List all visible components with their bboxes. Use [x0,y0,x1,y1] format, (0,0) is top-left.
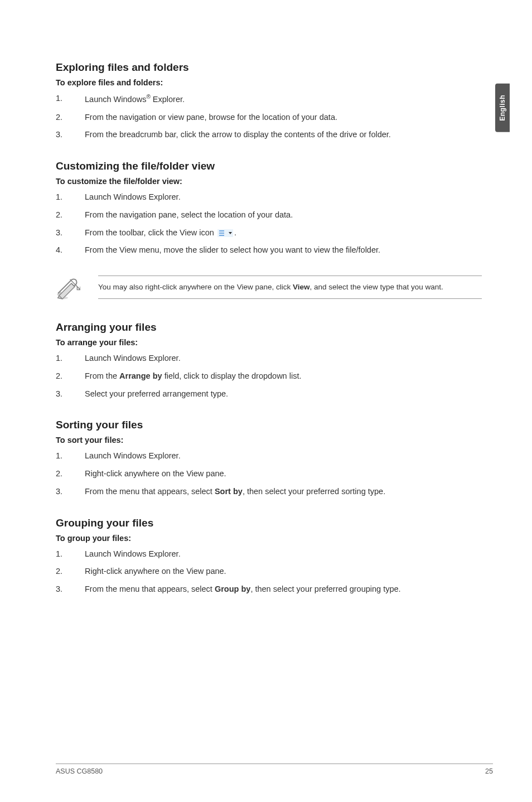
item-number: 2. [56,209,62,221]
item-number: 3. [56,486,62,498]
item-text: Launch Windows Explorer. [85,354,181,363]
section-customizing: Customizing the file/folder view To cust… [56,160,482,257]
item-text: From the View menu, move the slider to s… [85,245,380,254]
item-text: Select your preferred arrangement type. [85,389,228,398]
registered-mark: ® [146,94,150,100]
item-text: Explorer. [151,95,185,104]
subhead-sorting: To sort your files: [56,436,482,445]
note-text: You may also right-click anywhere on the… [98,276,482,299]
list-item: 1. Launch Windows Explorer. [56,191,482,204]
list-customizing: 1. Launch Windows Explorer. 2. From the … [56,191,482,257]
item-text: Launch Windows Explorer. [85,549,181,558]
section-sorting: Sorting your files To sort your files: 1… [56,419,482,497]
item-text: From the menu that appears, select [85,584,215,593]
list-item: 1. Launch Windows® Explorer. [56,93,482,106]
list-item: 2. Right-click anywhere on the View pane… [56,468,482,480]
heading-grouping: Grouping your files [56,517,482,529]
page-footer: ASUS CG8580 25 [56,764,493,775]
note-bold: View [293,283,310,291]
list-item: 4. From the View menu, move the slider t… [56,244,482,257]
item-number: 1. [56,352,62,365]
note-text-part: , and select the view type that you want… [309,283,443,291]
section-grouping: Grouping your files To group your files:… [56,517,482,596]
list-item: 1. Launch Windows Explorer. [56,352,482,365]
section-exploring: Exploring files and folders To explore f… [56,61,482,141]
item-number: 1. [56,191,62,204]
list-item: 3. Select your preferred arrangement typ… [56,388,482,400]
list-item: 2. From the Arrange by field, click to d… [56,370,482,383]
item-bold: Group by [215,584,250,593]
item-text: From the navigation or view pane, browse… [85,113,337,122]
view-icon [217,229,233,237]
item-text: Launch Windows Explorer. [85,192,181,201]
item-bold: Arrange by [119,371,162,380]
item-text: From the breadcrumb bar, click the arrow… [85,130,391,139]
language-tab: English [495,84,510,132]
footer-page-number: 25 [485,767,493,775]
item-text: field, click to display the dropdown lis… [162,371,302,380]
item-text: From the [85,371,119,380]
list-item: 3. From the toolbar, click the View icon… [56,227,482,239]
note-text-part: You may also right-click anywhere on the… [98,283,293,291]
list-item: 2. Right-click anywhere on the View pane… [56,566,482,578]
list-item: 3. From the menu that appears, select Gr… [56,583,482,596]
item-text: From the navigation pane, select the loc… [85,210,293,219]
item-number: 2. [56,370,62,383]
item-number: 4. [56,244,62,257]
item-text: From the menu that appears, select [85,487,215,496]
item-text: , then select your preferred grouping ty… [250,584,400,593]
list-item: 2. From the navigation pane, select the … [56,209,482,221]
item-number: 3. [56,227,62,239]
item-number: 1. [56,450,62,462]
footer-model: ASUS CG8580 [56,767,103,775]
subhead-arranging: To arrange your files: [56,338,482,347]
item-number: 2. [56,468,62,480]
subhead-exploring: To explore files and folders: [56,78,482,87]
pencil-icon [56,276,83,302]
item-number: 3. [56,129,62,141]
heading-arranging: Arranging your files [56,321,482,334]
item-text: , then select your preferred sorting typ… [243,487,385,496]
note-block: You may also right-click anywhere on the… [56,276,482,302]
heading-sorting: Sorting your files [56,419,482,431]
item-number: 1. [56,93,62,105]
heading-exploring: Exploring files and folders [56,61,482,74]
list-exploring: 1. Launch Windows® Explorer. 2. From the… [56,93,482,141]
subhead-customizing: To customize the file/folder view: [56,177,482,186]
list-arranging: 1. Launch Windows Explorer. 2. From the … [56,352,482,400]
heading-customizing: Customizing the file/folder view [56,160,482,172]
item-number: 3. [56,583,62,596]
item-text: From the toolbar, click the View icon [85,228,216,237]
item-text: Right-click anywhere on the View pane. [85,567,226,576]
list-item: 1. Launch Windows Explorer. [56,450,482,462]
subhead-grouping: To group your files: [56,534,482,543]
list-grouping: 1. Launch Windows Explorer. 2. Right-cli… [56,548,482,596]
item-number: 3. [56,388,62,400]
item-text: Launch Windows Explorer. [85,451,181,460]
item-bold: Sort by [215,487,243,496]
list-item: 1. Launch Windows Explorer. [56,548,482,561]
list-item: 2. From the navigation or view pane, bro… [56,112,482,124]
list-sorting: 1. Launch Windows Explorer. 2. Right-cli… [56,450,482,497]
section-arranging: Arranging your files To arrange your fil… [56,321,482,400]
item-number: 2. [56,566,62,578]
item-text: . [234,228,236,237]
item-number: 1. [56,548,62,561]
list-item: 3. From the menu that appears, select So… [56,486,482,498]
item-text: Right-click anywhere on the View pane. [85,469,226,478]
list-item: 3. From the breadcrumb bar, click the ar… [56,129,482,141]
item-text: Launch Windows [85,95,146,104]
item-number: 2. [56,112,62,124]
